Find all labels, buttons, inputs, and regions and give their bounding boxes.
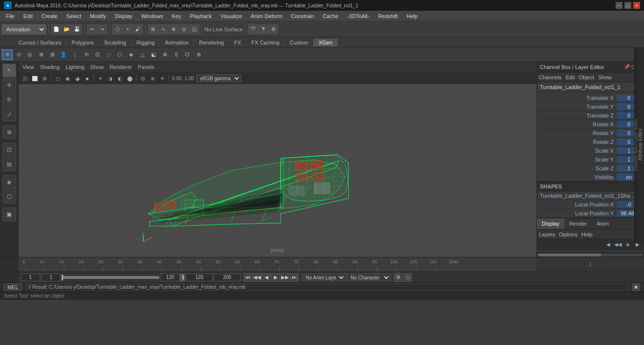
hud-icon[interactable]: ⊟ bbox=[138, 74, 147, 83]
ch-menu-show[interactable]: Show bbox=[598, 74, 612, 80]
paint-select-button[interactable]: 🖌 bbox=[133, 24, 143, 34]
char-set-dropdown[interactable]: No Character Set bbox=[347, 274, 391, 281]
manip-icon[interactable]: ✛ bbox=[158, 74, 167, 83]
shelf-tool-8[interactable]: ⟲ bbox=[81, 49, 91, 60]
rotate-tool-button[interactable]: ↻ bbox=[2, 93, 16, 107]
shelf-tool-12[interactable]: ◈ bbox=[126, 49, 136, 60]
shelf-tool-7[interactable]: ↕ bbox=[69, 49, 80, 60]
menu-cache[interactable]: Cache bbox=[319, 12, 342, 20]
shelf-tool-11[interactable]: ⬡ bbox=[114, 49, 125, 60]
viewport-menu-show[interactable]: Show bbox=[90, 64, 104, 70]
menu-file[interactable]: File bbox=[2, 12, 19, 20]
viewport-menu-lighting[interactable]: Lighting bbox=[66, 64, 85, 70]
nav-button[interactable]: ▣ bbox=[2, 207, 16, 221]
menu-display[interactable]: Display bbox=[111, 12, 136, 20]
frame-icon[interactable]: ⬜ bbox=[30, 74, 39, 83]
viewport-menu-view[interactable]: View bbox=[22, 64, 34, 70]
layer-nav-left2-button[interactable]: ◀◀ bbox=[614, 240, 622, 249]
viewport[interactable]: View Shading Lighting Show Renderer Pane… bbox=[19, 62, 536, 257]
max-frame-input[interactable] bbox=[214, 274, 241, 281]
layer-add-button[interactable]: ◈ bbox=[623, 240, 632, 249]
shelf-tool-15[interactable]: ⊗ bbox=[159, 49, 170, 60]
anim-prefs-button[interactable]: ⚙ bbox=[394, 273, 402, 282]
shelf-tool-13[interactable]: △ bbox=[137, 49, 148, 60]
select-button[interactable]: ⬡ bbox=[112, 24, 122, 34]
save-file-button[interactable]: 💾 bbox=[72, 24, 82, 34]
end-frame-input[interactable] bbox=[186, 274, 213, 281]
timeline-main[interactable]: 5 10 15 20 25 30 35 40 45 50 55 60 65 bbox=[19, 257, 536, 272]
menu-windows[interactable]: Windows bbox=[137, 12, 167, 20]
light-mode-icon[interactable]: ☀ bbox=[96, 74, 105, 83]
tab-rendering[interactable]: Rendering bbox=[194, 39, 229, 46]
shelf-tool-6[interactable]: 👤 bbox=[58, 49, 69, 60]
mel-script-button[interactable]: MEL bbox=[4, 283, 22, 291]
shelf-tool-17[interactable]: ⌬ bbox=[182, 49, 193, 60]
status-bar-button[interactable]: ▣ bbox=[632, 283, 640, 291]
smooth-icon[interactable]: ◉ bbox=[63, 74, 72, 83]
shelf-tool-3[interactable]: ◎ bbox=[24, 49, 35, 60]
tab-animation[interactable]: Animation bbox=[160, 39, 194, 46]
shelf-tool-4[interactable]: ⊕ bbox=[36, 49, 46, 60]
menu-constrain[interactable]: Constrain bbox=[287, 12, 318, 20]
tab-fx[interactable]: FX bbox=[229, 39, 246, 46]
menu-redshift[interactable]: Redshift bbox=[374, 12, 401, 20]
menu-help[interactable]: Help bbox=[403, 12, 422, 20]
lasso-button[interactable]: ⚬ bbox=[123, 24, 133, 34]
tab-curves-surfaces[interactable]: Curves / Surfaces bbox=[14, 39, 67, 46]
ch-menu-object[interactable]: Object bbox=[578, 74, 594, 80]
deform-button[interactable]: ⬡ bbox=[2, 190, 16, 204]
tab-fx-caching[interactable]: FX Caching bbox=[246, 39, 285, 46]
shadow-icon[interactable]: ◑ bbox=[106, 74, 114, 83]
menu-anim-deform[interactable]: Anim Deform bbox=[247, 12, 286, 20]
shelf-tool-5[interactable]: ⊞ bbox=[47, 49, 58, 60]
scroll-thumb[interactable] bbox=[538, 253, 601, 256]
paint-button[interactable]: ◈ bbox=[2, 175, 16, 189]
move-tool-button[interactable]: ✛ bbox=[2, 78, 16, 92]
snap-point-button[interactable]: ⊕ bbox=[169, 24, 178, 34]
new-file-button[interactable]: 📄 bbox=[51, 24, 61, 34]
layer-menu-options[interactable]: Options bbox=[559, 231, 577, 237]
menu-edit[interactable]: Edit bbox=[20, 12, 37, 20]
viewport-menu-renderer[interactable]: Renderer bbox=[110, 64, 132, 70]
step-back-button[interactable]: ◀◀ bbox=[253, 273, 262, 282]
ao-icon[interactable]: ◐ bbox=[115, 74, 124, 83]
play-back-button[interactable]: ◀ bbox=[262, 273, 271, 282]
menu-playback[interactable]: Playback bbox=[186, 12, 216, 20]
snap-surface-button[interactable]: ◱ bbox=[189, 24, 199, 34]
anim-extra-button[interactable]: ⬡ bbox=[403, 273, 412, 282]
snap-modes-2-button[interactable]: ⊞ bbox=[2, 158, 16, 171]
layer-menu-layers[interactable]: Layers bbox=[539, 231, 555, 237]
grid-icon[interactable]: ⊞ bbox=[40, 74, 49, 83]
smooth2-icon[interactable]: ◕ bbox=[73, 74, 82, 83]
close-button[interactable]: ✕ bbox=[633, 2, 640, 9]
menu-key[interactable]: Key bbox=[168, 12, 185, 20]
tab-render[interactable]: Render bbox=[564, 218, 592, 229]
menu-3dto[interactable]: -3DToAll- bbox=[343, 12, 373, 20]
channel-box-pin[interactable]: 📌 bbox=[624, 64, 630, 69]
redo-button[interactable]: ↪ bbox=[97, 24, 107, 34]
range-start-input[interactable] bbox=[41, 274, 61, 281]
snap-modes-button[interactable]: ⊡ bbox=[2, 143, 16, 157]
camera-icon[interactable]: 🎥 bbox=[21, 74, 29, 83]
menu-create[interactable]: Create bbox=[38, 12, 62, 20]
ch-menu-channels[interactable]: Channels bbox=[539, 74, 561, 80]
pivot-icon[interactable]: ⊕ bbox=[148, 74, 157, 83]
play-forward-button[interactable]: ▶ bbox=[271, 273, 280, 282]
ipr-button[interactable]: 🔭 bbox=[258, 24, 268, 34]
tab-custom[interactable]: Custom bbox=[285, 39, 314, 46]
anim-layer-dropdown[interactable]: No Anim Layer bbox=[302, 274, 346, 281]
aa-icon[interactable]: ⬤ bbox=[125, 74, 134, 83]
current-frame-input[interactable] bbox=[21, 274, 40, 281]
mode-dropdown[interactable]: Animation bbox=[2, 24, 46, 34]
undo-button[interactable]: ↩ bbox=[87, 24, 97, 34]
tab-polygons[interactable]: Polygons bbox=[67, 39, 99, 46]
range-end-handle[interactable]: ▐ bbox=[180, 274, 185, 281]
jump-to-start-button[interactable]: ⏮ bbox=[244, 273, 252, 282]
shelf-tool-9[interactable]: ⊡ bbox=[92, 49, 103, 60]
shelf-select-icon[interactable]: ✕ bbox=[2, 49, 13, 60]
step-forward-button[interactable]: ▶▶ bbox=[281, 273, 289, 282]
tab-anim[interactable]: Anim bbox=[592, 218, 614, 229]
channel-box-strip[interactable]: Channel Box / Layer Editor bbox=[634, 47, 636, 242]
snap-grid-button[interactable]: ⊞ bbox=[148, 24, 158, 34]
shelf-tool-18[interactable]: ⊛ bbox=[193, 49, 204, 60]
